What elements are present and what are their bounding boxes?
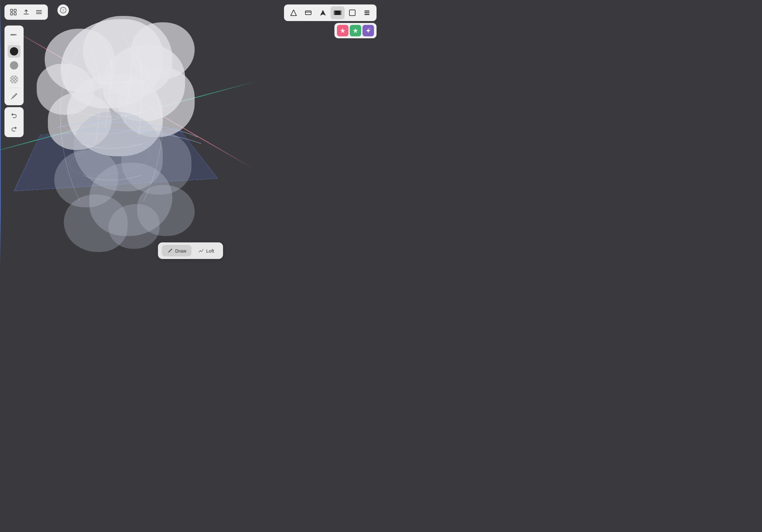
solid-fill-button[interactable]: [8, 45, 21, 58]
svg-rect-14: [334, 11, 335, 15]
svg-rect-5: [11, 13, 13, 15]
bottom-toolbar: Draw Loft: [158, 242, 223, 259]
left-panel: [4, 26, 24, 137]
frame-button[interactable]: [345, 6, 359, 19]
tr-main-row: [284, 4, 377, 21]
tree-model: [32, 16, 230, 255]
pink-star-button[interactable]: [337, 25, 348, 36]
loft-tab-icon: [198, 247, 204, 254]
draw-tab-icon: [167, 247, 173, 254]
top-right-toolbar: [284, 4, 377, 38]
loft-tab[interactable]: Loft: [193, 245, 219, 256]
loft-tab-label: Loft: [206, 248, 214, 253]
svg-rect-15: [340, 11, 342, 15]
green-star-button[interactable]: [350, 25, 361, 36]
drawing-tools-section: [4, 26, 24, 105]
svg-rect-23: [364, 14, 369, 15]
upload-button[interactable]: [21, 6, 32, 18]
grey-fill-button[interactable]: [8, 59, 21, 72]
panel-divider: [9, 43, 19, 43]
card-button[interactable]: [301, 6, 315, 19]
menu-button[interactable]: [33, 6, 45, 18]
svg-rect-9: [11, 34, 15, 35]
layers-button[interactable]: [360, 6, 374, 19]
svg-rect-20: [349, 10, 355, 16]
draw-tab[interactable]: Draw: [162, 245, 191, 256]
checker-icon: [10, 75, 18, 84]
timeline-button[interactable]: [331, 6, 344, 19]
solid-circle-icon: [10, 47, 18, 55]
svg-point-25: [200, 250, 201, 251]
viewport[interactable]: [0, 0, 381, 266]
transparent-fill-button[interactable]: [8, 73, 21, 86]
pen-tool-button[interactable]: [8, 28, 21, 41]
svg-rect-3: [11, 9, 13, 12]
tr-color-row: [335, 23, 377, 38]
undo-redo-section: [4, 107, 24, 137]
svg-rect-6: [14, 13, 16, 15]
sparkle-button[interactable]: [362, 25, 374, 36]
help-button[interactable]: ?: [57, 4, 69, 16]
svg-rect-4: [14, 9, 16, 12]
svg-rect-10: [10, 34, 12, 35]
navigate-button[interactable]: [316, 6, 330, 19]
svg-text:?: ?: [62, 8, 64, 13]
axis-vertical-blue: [0, 0, 1, 266]
panel-divider-2: [9, 88, 19, 88]
grid-button[interactable]: [8, 6, 19, 18]
svg-rect-21: [364, 11, 369, 12]
mesh-button[interactable]: [286, 6, 301, 19]
redo-button[interactable]: [8, 122, 21, 135]
top-left-toolbar: [4, 4, 48, 20]
draw-tab-label: Draw: [175, 248, 187, 253]
svg-rect-22: [364, 13, 369, 13]
svg-point-24: [369, 29, 370, 29]
undo-button[interactable]: [8, 109, 21, 122]
grey-circle-icon: [10, 61, 18, 70]
svg-rect-11: [305, 11, 311, 15]
eyedropper-button[interactable]: [8, 90, 21, 103]
